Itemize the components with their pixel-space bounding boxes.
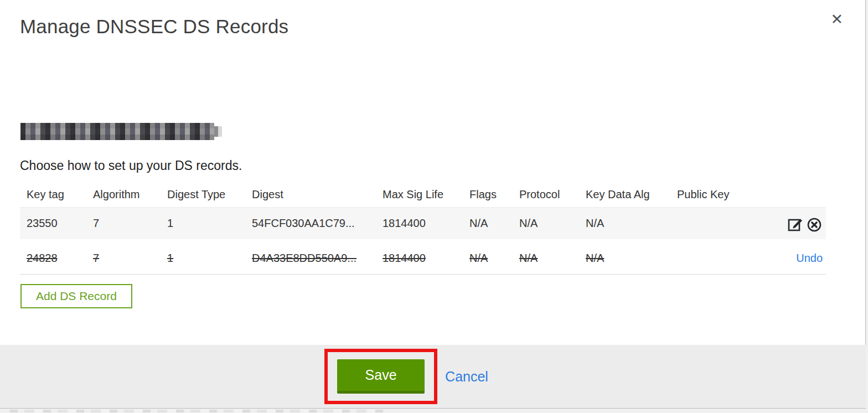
cell-key-tag: 23550 (20, 217, 86, 230)
save-button[interactable]: Save (337, 359, 425, 394)
cell-flags: N/A (463, 252, 513, 265)
col-header-digest: Digest (245, 188, 376, 201)
close-icon[interactable]: ✕ (830, 12, 843, 27)
modal-footer: Save Cancel (0, 345, 866, 408)
cell-protocol: N/A (513, 217, 579, 230)
col-header-key-tag: Key tag (20, 188, 86, 201)
col-header-protocol: Protocol (513, 188, 579, 201)
cell-digest: D4A33E8DD550A9... (245, 252, 376, 265)
cell-key-data-alg: N/A (579, 252, 670, 265)
edit-record-icon[interactable] (787, 215, 804, 232)
undo-link[interactable]: Undo (796, 252, 823, 265)
cell-key-tag: 24828 (20, 252, 86, 265)
cell-digest-type: 1 (161, 252, 245, 265)
table-header-row: Key tag Algorithm Digest Type Digest Max… (20, 182, 826, 207)
ds-records-table: Key tag Algorithm Digest Type Digest Max… (20, 182, 826, 275)
col-header-algorithm: Algorithm (86, 188, 161, 201)
cell-protocol: N/A (513, 252, 579, 265)
background-page-peek (10, 410, 386, 412)
add-ds-record-button[interactable]: Add DS Record (20, 284, 132, 308)
cell-digest: 54FCF030AA1C79... (245, 217, 376, 230)
cell-algorithm: 7 (86, 217, 161, 230)
redacted-domain-name (20, 123, 214, 140)
cell-algorithm: 7 (86, 252, 161, 265)
table-row-deleted: 24828 7 1 D4A33E8DD550A9... 1814400 N/A … (20, 242, 826, 275)
page-title: Manage DNSSEC DS Records (20, 16, 288, 38)
table-row: 23550 7 1 54FCF030AA1C79... 1814400 N/A … (20, 207, 826, 239)
col-header-flags: Flags (463, 188, 513, 201)
cell-digest-type: 1 (161, 217, 245, 230)
row-actions (777, 215, 826, 232)
col-header-digest-type: Digest Type (161, 188, 245, 201)
delete-record-icon[interactable] (806, 215, 823, 232)
manage-dnssec-modal: Manage DNSSEC DS Records ✕ Choose how to… (0, 0, 866, 409)
cell-max-sig-life: 1814400 (376, 217, 463, 230)
cell-flags: N/A (463, 217, 513, 230)
row-actions: Undo (777, 252, 826, 265)
cell-max-sig-life: 1814400 (376, 252, 463, 265)
instruction-text: Choose how to set up your DS records. (20, 158, 242, 173)
col-header-public-key: Public Key (670, 188, 777, 201)
col-header-key-data-alg: Key Data Alg (579, 188, 670, 201)
cancel-link[interactable]: Cancel (445, 369, 488, 385)
annotation-red-box: Save (324, 349, 437, 404)
cell-key-data-alg: N/A (579, 217, 670, 230)
col-header-max-sig-life: Max Sig Life (376, 188, 463, 201)
